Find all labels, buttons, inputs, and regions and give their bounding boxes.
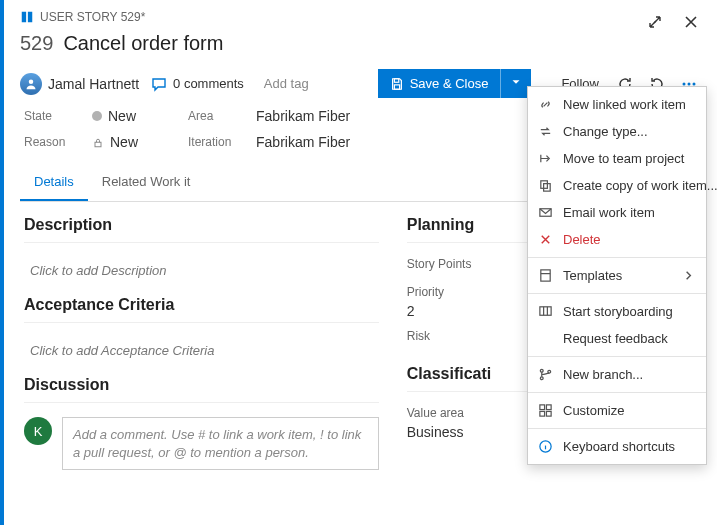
close-icon[interactable] [679,10,703,34]
menu-change-type[interactable]: Change type... [528,118,706,145]
menu-shortcuts[interactable]: Keyboard shortcuts [528,433,706,460]
chevron-right-icon [681,268,696,283]
comment-icon [151,76,167,92]
actions-menu: New linked work item Change type... Move… [527,86,707,465]
assigned-to[interactable]: Jamal Hartnett [20,73,139,95]
reason-label: Reason [24,135,74,149]
svg-point-7 [688,82,691,85]
save-label: Save & Close [410,76,489,91]
discussion-heading: Discussion [24,376,379,394]
svg-point-16 [540,377,543,380]
state-field[interactable]: New [92,108,136,124]
comments-count: 0 comments [173,76,244,91]
svg-rect-14 [540,307,551,315]
move-icon [538,151,553,166]
tab-details[interactable]: Details [20,164,88,201]
svg-point-2 [29,79,34,84]
svg-rect-9 [95,143,101,148]
book-icon [20,10,34,24]
menu-move[interactable]: Move to team project [528,145,706,172]
board-icon [538,304,553,319]
svg-point-6 [683,82,686,85]
delete-icon [538,232,553,247]
svg-point-15 [540,369,543,372]
save-button[interactable]: Save & Close [378,69,501,98]
restore-icon[interactable] [643,10,667,34]
svg-rect-0 [22,12,26,23]
svg-rect-13 [541,270,550,281]
info-icon [538,439,553,454]
state-label: State [24,109,74,123]
svg-point-8 [693,82,696,85]
svg-rect-21 [546,411,551,416]
menu-feedback[interactable]: Request feedback [528,325,706,352]
reason-field[interactable]: New [92,134,138,150]
work-item-title[interactable]: Cancel order form [63,32,223,55]
lock-icon [92,137,104,149]
svg-rect-20 [540,411,545,416]
assignee-name: Jamal Hartnett [48,76,139,92]
copy-icon [538,178,553,193]
svg-rect-1 [28,12,32,23]
menu-new-linked[interactable]: New linked work item [528,91,706,118]
swap-icon [538,124,553,139]
menu-templates[interactable]: Templates [528,262,706,289]
tab-related[interactable]: Related Work it [88,164,205,201]
avatar [20,73,42,95]
work-item-type: USER STORY 529* [20,10,701,24]
comments-button[interactable]: 0 comments [151,76,244,92]
menu-branch[interactable]: New branch... [528,361,706,388]
svg-rect-3 [394,78,398,82]
state-dot-icon [92,111,102,121]
menu-customize[interactable]: Customize [528,397,706,424]
acceptance-field[interactable]: Click to add Acceptance Criteria [24,337,379,376]
menu-email[interactable]: Email work item [528,199,706,226]
template-icon [538,268,553,283]
area-label: Area [188,109,238,123]
chevron-down-icon [509,75,523,89]
current-user-avatar: K [24,417,52,445]
iteration-field[interactable]: Fabrikam Fiber [256,134,350,150]
branch-icon [538,367,553,382]
description-field[interactable]: Click to add Description [24,257,379,296]
svg-rect-4 [394,84,399,88]
area-field[interactable]: Fabrikam Fiber [256,108,350,124]
menu-delete[interactable]: Delete [528,226,706,253]
link-icon [538,97,553,112]
iteration-label: Iteration [188,135,238,149]
menu-storyboard[interactable]: Start storyboarding [528,298,706,325]
acceptance-heading: Acceptance Criteria [24,296,379,314]
discussion-input[interactable]: Add a comment. Use # to link a work item… [62,417,379,470]
type-label: USER STORY 529* [40,10,145,24]
save-icon [390,77,404,91]
svg-rect-18 [540,405,545,410]
menu-copy[interactable]: Create copy of work item... [528,172,706,199]
description-heading: Description [24,216,379,234]
work-item-id: 529 [20,32,53,55]
mail-icon [538,205,553,220]
svg-rect-19 [546,405,551,410]
add-tag-button[interactable]: Add tag [256,72,317,95]
grid-icon [538,403,553,418]
